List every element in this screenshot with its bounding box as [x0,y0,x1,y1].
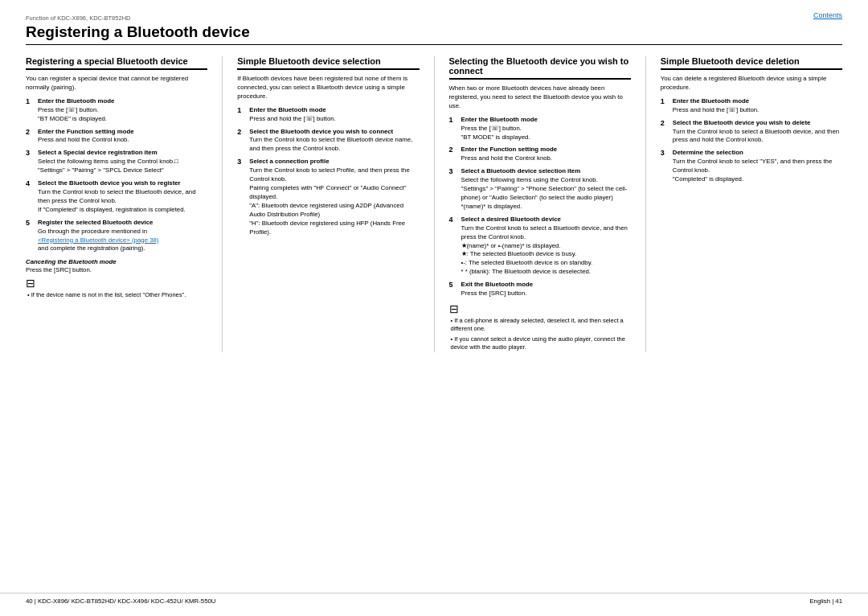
step-detail-line: <Registering a Bluetooth device> (page 3… [38,236,207,245]
step-content: Select a desired Bluetooth deviceTurn th… [461,216,631,277]
step-detail-line: *(name)* is displayed. [461,203,631,211]
step-content: Enter the Function setting modePress and… [38,128,207,146]
step-title: Select the Bluetooth device you wish to … [673,119,842,128]
step-title: Select a desired Bluetooth device [461,216,631,224]
step-number: 3 [661,149,670,157]
step-detail-line: Press the [☏] button. [38,106,207,115]
step-content: Select a Special device registration ite… [38,149,207,175]
section-intro-col1: You can register a special device that c… [26,75,207,92]
step-title: Select a Bluetooth device selection item [461,167,631,176]
step-number: 1 [449,116,459,124]
step-col4-1: 2Select the Bluetooth device you wish to… [661,119,842,146]
step-detail-line: Select the following items using the Con… [461,176,631,185]
step-col2-2: 3Select a connection profileTurn the Con… [237,158,419,236]
note-icon: ⊟ [449,302,631,315]
section-title-col1: Registering a special Bluetooth device [26,56,207,70]
step-title: Enter the Bluetooth mode [249,106,419,115]
step-detail-line: •-: The selected Bluetooth device is on … [461,259,631,268]
step-content: Enter the Bluetooth modePress the [☏] bu… [461,116,631,142]
step-col2-1: 2Select the Bluetooth device you wish to… [237,128,419,154]
footnote-row: 40 | KDC-X896/ KDC-BT852HD/ KDC-X496/ KD… [0,593,868,605]
step-col1-1: 2Enter the Function setting modePress an… [26,128,207,146]
section-title-col4: Simple Bluetooth device deletion [661,56,842,70]
step-number: 4 [26,179,35,187]
step-content: Enter the Function setting modePress and… [461,146,631,163]
canceling-title: Canceling the Bluetooth mode [26,258,117,265]
step-title: Select the Bluetooth device you wish to … [38,179,207,188]
step-detail-line: "H": Bluetooth device registered using H… [249,220,419,237]
inline-link[interactable]: <Registering a Bluetooth device> (page 3… [38,236,158,244]
step-content: Exit the Bluetooth modePress the [SRC] b… [461,281,631,298]
step-col1-0: 1Enter the Bluetooth modePress the [☏] b… [26,97,207,124]
step-detail-line: Press and hold the Control knob. [461,154,631,163]
step-detail-line: If "Completed" is displayed, registratio… [38,206,207,215]
step-detail-line: "Settings" > "Pairing" > "Phone Selectio… [461,185,631,203]
footnote-left: 40 | KDC-X896/ KDC-BT852HD/ KDC-X496/ KD… [26,598,215,605]
step-content: Enter the Bluetooth modePress and hold t… [673,97,842,115]
step-detail-line: Turn the Control knob to select Profile,… [249,166,419,184]
step-content: Select the Bluetooth device you wish to … [673,119,842,146]
step-col1-4: 5Register the selected Bluetooth deviceG… [26,219,207,254]
step-number: 1 [237,106,247,114]
step-content: Select a Bluetooth device selection item… [461,167,631,211]
canceling-detail: Press the [SRC] button. [26,266,92,273]
step-col3-2: 3Select a Bluetooth device selection ite… [449,167,631,211]
step-col3-4: 5Exit the Bluetooth modePress the [SRC] … [449,281,631,298]
note-bullet: If you cannot select a device using the … [451,335,631,352]
section-intro-col2: If Bluetooth devices have been registere… [237,75,419,101]
section-title-col3: Selecting the Bluetooth device you wish … [449,56,631,80]
step-detail-line: and complete the registration (pairing). [38,244,207,253]
step-title: Determine the selection [673,149,842,158]
step-col1-3: 4Select the Bluetooth device you wish to… [26,179,207,215]
step-content: Select the Bluetooth device you wish to … [38,179,207,215]
step-title: Enter the Bluetooth mode [38,97,207,106]
step-detail-line: Turn the Control knob to select the Blue… [249,136,419,154]
step-title: Register the selected Bluetooth device [38,219,207,228]
note-bullet: If a cell-phone is already selected, des… [451,317,631,334]
section-title-col2: Simple Bluetooth device selection [237,56,419,70]
step-title: Select a Special device registration ite… [38,149,207,158]
step-title: Enter the Bluetooth mode [461,116,631,125]
note-bullet: If the device name is not in the list, s… [27,291,207,300]
page-title: Registering a Bluetooth device [26,23,842,45]
step-content: Enter the Bluetooth modePress and hold t… [249,106,419,124]
step-detail-line: Go through the procedure mentioned in [38,228,207,236]
step-detail-line: Turn the Control knob to select "YES", a… [673,158,842,175]
step-detail-line: Turn the Control knob to select the Blue… [38,188,207,206]
step-number: 3 [449,167,459,175]
step-number: 2 [237,128,247,136]
columns-wrapper: Registering a special Bluetooth deviceYo… [26,56,842,352]
step-detail-line: "Settings" > "Pairing" > "SPCL Device Se… [38,166,207,175]
step-detail-line: "Completed" is displayed. [673,175,842,184]
step-content: Select a connection profileTurn the Cont… [249,158,419,236]
step-detail-line: Turn the Control knob to select a Blueto… [461,224,631,242]
section-intro-col4: You can delete a registered Bluetooth de… [661,75,842,92]
step-number: 4 [449,216,459,224]
step-detail-line: Press and hold the Control knob. [38,136,207,145]
section-intro-col3: When two or more Bluetooth devices have … [449,84,631,111]
step-detail-line: Press and hold the [☏] button. [249,115,419,124]
step-detail-line: Press the [SRC] button. [461,290,631,298]
step-detail-line: Turn the Control knob to select a Blueto… [673,128,842,146]
step-number: 2 [449,146,459,154]
step-title: Select the Bluetooth device you wish to … [249,128,419,137]
step-col3-3: 4Select a desired Bluetooth deviceTurn t… [449,216,631,277]
column-col1: Registering a special Bluetooth deviceYo… [26,56,223,352]
step-number: 5 [26,219,35,227]
column-col4: Simple Bluetooth device deletionYou can … [646,56,842,352]
step-title: Enter the Function setting mode [38,128,207,137]
page-container: Function of KDC-X896, KDC-BT852HD Regist… [0,0,868,616]
step-content: Select the Bluetooth device you wish to … [249,128,419,154]
step-detail-line: * * (blank): The Bluetooth device is des… [461,268,631,277]
step-number: 3 [237,158,247,166]
step-detail-line: "A": Bluetooth device registered using A… [249,202,419,220]
step-col2-0: 1Enter the Bluetooth modePress and hold … [237,106,419,124]
contents-link[interactable]: Contents [813,11,842,19]
step-number: 3 [26,149,35,157]
column-col3: Selecting the Bluetooth device you wish … [435,56,646,352]
step-number: 1 [26,97,35,105]
step-title: Exit the Bluetooth mode [461,281,631,290]
step-content: Enter the Bluetooth modePress the [☏] bu… [38,97,207,124]
canceling-section: Canceling the Bluetooth modePress the [S… [26,257,207,273]
step-detail-line: Select the following items using the Con… [38,158,207,166]
